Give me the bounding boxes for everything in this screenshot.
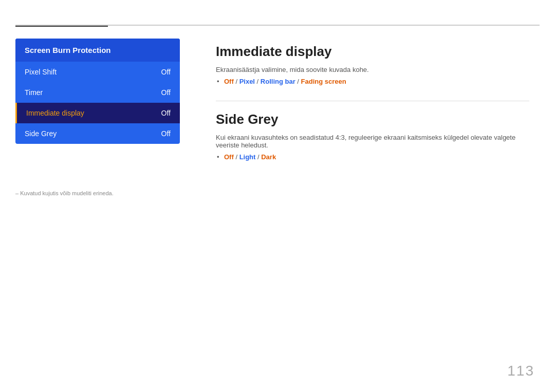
sidebar-item-immediate-display-label: Immediate display <box>26 109 84 117</box>
sidebar-header: Screen Burn Protection <box>15 39 180 62</box>
sidebar-item-side-grey-label: Side Grey <box>25 129 57 138</box>
immediate-display-options-line: Off / Pixel / Rolling bar / Fading scree… <box>224 78 529 85</box>
content-area: Immediate display Ekraanisäästja valimin… <box>206 39 540 181</box>
opt-off-1: Off <box>224 78 234 85</box>
sidebar-item-immediate-display[interactable]: Immediate display Off <box>15 103 180 123</box>
immediate-display-description: Ekraanisäästja valimine, mida soovite ku… <box>216 66 529 73</box>
immediate-display-options: Off / Pixel / Rolling bar / Fading scree… <box>216 78 529 85</box>
sidebar-item-timer-value: Off <box>161 88 171 97</box>
sidebar-item-immediate-display-value: Off <box>161 109 171 117</box>
side-grey-options-line: Off / Light / Dark <box>224 153 529 161</box>
opt-pixel: Pixel <box>239 78 255 85</box>
sidebar-item-pixel-shift-label: Pixel Shift <box>25 68 57 76</box>
side-grey-description: Kui ekraani kuvasuhteks on seadistatud 4… <box>216 134 529 149</box>
sidebar-item-pixel-shift[interactable]: Pixel Shift Off <box>15 62 180 82</box>
section-divider <box>216 101 529 101</box>
side-grey-title: Side Grey <box>216 111 529 127</box>
page-number: 113 <box>507 363 534 379</box>
opt-off-2: Off <box>224 153 234 161</box>
opt-light: Light <box>239 153 256 161</box>
sidebar-item-timer-label: Timer <box>25 88 43 97</box>
opt-slash-2: / <box>255 78 261 85</box>
sidebar-item-timer[interactable]: Timer Off <box>15 82 180 103</box>
sidebar-item-side-grey-value: Off <box>161 129 171 138</box>
sidebar-item-pixel-shift-value: Off <box>161 68 171 76</box>
opt-slash-5: / <box>255 153 261 161</box>
opt-slash-4: / <box>234 153 239 161</box>
sidebar-item-side-grey[interactable]: Side Grey Off <box>15 123 180 144</box>
footer-note: – Kuvatud kujutis võib mudeliti erineda. <box>15 190 114 196</box>
side-grey-options: Off / Light / Dark <box>216 153 529 161</box>
top-border <box>15 25 540 26</box>
opt-slash-3: / <box>295 78 301 85</box>
opt-dark: Dark <box>261 153 276 161</box>
sidebar: Screen Burn Protection Pixel Shift Off T… <box>15 39 180 144</box>
immediate-display-title: Immediate display <box>216 44 529 60</box>
opt-rolling: Rolling bar <box>261 78 295 85</box>
opt-fading: Fading screen <box>301 78 346 85</box>
opt-slash-1: / <box>234 78 239 85</box>
